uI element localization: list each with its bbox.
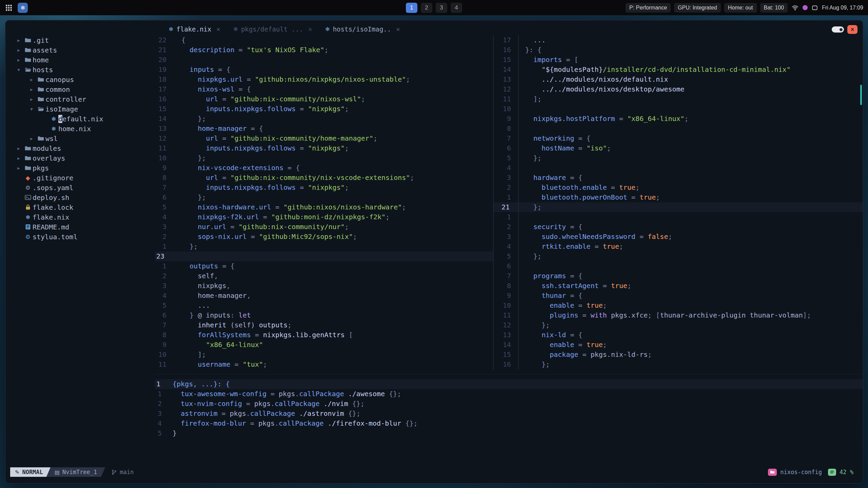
- chevron-right-icon[interactable]: ▸: [14, 155, 23, 161]
- tree-item-deploy.sh[interactable]: deploy.sh: [5, 192, 155, 202]
- code-line[interactable]: 16 };: [494, 360, 863, 369]
- code-line[interactable]: 20: [155, 55, 493, 65]
- code-line[interactable]: 17 ...: [494, 35, 863, 45]
- workspace-button-4[interactable]: 4: [451, 3, 462, 13]
- chevron-right-icon[interactable]: ▸: [14, 57, 23, 63]
- code-line[interactable]: 12 };: [494, 320, 863, 330]
- code-line[interactable]: 1 outputs = {: [155, 261, 493, 271]
- code-line[interactable]: 19 inputs = {: [155, 65, 493, 75]
- code-line[interactable]: 11 inputs.nixpkgs.follows = "nixpkgs";: [155, 143, 493, 153]
- code-line[interactable]: 3 nixpkgs,: [155, 281, 493, 291]
- tree-item-wsl[interactable]: ▸wsl: [5, 134, 155, 143]
- tree-item-home[interactable]: ▸home: [5, 55, 155, 65]
- tab-close-icon[interactable]: ×: [308, 25, 312, 33]
- code-line[interactable]: 2 self,: [155, 271, 493, 281]
- tree-item-stylua.toml[interactable]: ⚙stylua.toml: [5, 232, 155, 242]
- code-line[interactable]: 13 home-manager = {: [155, 124, 493, 134]
- code-line[interactable]: 2 bluetooth.enable = true;: [494, 183, 863, 192]
- code-line[interactable]: 10 ];: [155, 350, 493, 360]
- code-line[interactable]: 13 ../../modules/nixos/default.nix: [494, 75, 863, 84]
- code-line[interactable]: 10: [494, 104, 863, 114]
- workspace-button-3[interactable]: 3: [436, 3, 447, 13]
- code-line[interactable]: 12 url = "github:nix-community/home-mana…: [155, 134, 493, 143]
- code-line[interactable]: 4: [494, 163, 863, 173]
- chevron-down-icon[interactable]: ▾: [14, 67, 23, 73]
- code-line[interactable]: 18 nixpkgs.url = "github:nixos/nixpkgs/n…: [155, 75, 493, 84]
- tree-item-.sops.yaml[interactable]: ⚙.sops.yaml: [5, 183, 155, 192]
- code-line[interactable]: 17 nixos-wsl = {: [155, 84, 493, 94]
- code-line[interactable]: 5 };: [494, 153, 863, 163]
- code-line[interactable]: 16 url = "github:nix-community/nixos-wsl…: [155, 94, 493, 104]
- code-line[interactable]: 15 package = pkgs.nix-ld-rs;: [494, 350, 863, 360]
- code-line[interactable]: 3 nur.url = "github:nix-community/nur";: [155, 222, 493, 232]
- tree-item-canopus[interactable]: ▸canopus: [5, 75, 155, 84]
- code-line[interactable]: 5 };: [494, 251, 863, 261]
- tree-item-controller[interactable]: ▸controller: [5, 94, 155, 104]
- code-line[interactable]: 9 nix-vscode-extensions = {: [155, 163, 493, 173]
- scrollbar-thumb[interactable]: [860, 85, 862, 105]
- code-line[interactable]: 7 inputs.nixpkgs.follows = "nixpkgs";: [155, 183, 493, 192]
- tab-close-icon[interactable]: ×: [216, 25, 220, 33]
- chevron-right-icon[interactable]: ▸: [14, 145, 23, 151]
- tree-item-overlays[interactable]: ▸overlays: [5, 153, 155, 163]
- code-line[interactable]: 1{pkgs, ...}: {: [155, 379, 863, 389]
- code-line[interactable]: 5}: [155, 428, 863, 438]
- code-line[interactable]: 23: [155, 251, 493, 261]
- tree-item-.gitignore[interactable]: ◆.gitignore: [5, 173, 155, 183]
- code-line[interactable]: 2 tux-nvim-config = pkgs.callPackage ./n…: [155, 399, 863, 409]
- code-line[interactable]: 13 nix-ld = {: [494, 330, 863, 340]
- code-line[interactable]: 9 "x86_64-linux": [155, 340, 493, 350]
- chevron-right-icon[interactable]: ▸: [14, 47, 23, 53]
- indicator-dot-icon[interactable]: [803, 5, 808, 10]
- code-line[interactable]: 7 networking = {: [494, 134, 863, 143]
- code-line[interactable]: 22{: [155, 35, 493, 45]
- code-line[interactable]: 3 astronvim = pkgs.callPackage ./astronv…: [155, 409, 863, 419]
- window-close-button[interactable]: ×: [847, 25, 857, 34]
- toggle-pill-button[interactable]: [832, 26, 844, 33]
- code-line[interactable]: 21 };: [494, 202, 863, 212]
- code-line[interactable]: 14 enable = true;: [494, 340, 863, 350]
- code-line[interactable]: 1: [494, 212, 863, 222]
- tab-close-icon[interactable]: ×: [396, 25, 400, 33]
- code-line[interactable]: 8 url = "github:nix-community/nix-vscode…: [155, 173, 493, 183]
- code-line[interactable]: 11 plugins = with pkgs.xfce; [thunar-arc…: [494, 310, 863, 320]
- code-line[interactable]: 8 ssh.startAgent = true;: [494, 281, 863, 291]
- code-line[interactable]: 10 enable = true;: [494, 301, 863, 310]
- workspace-button-1[interactable]: 1: [406, 3, 417, 13]
- code-line[interactable]: 8 forAllSystems = nixpkgs.lib.genAttrs [: [155, 330, 493, 340]
- tree-item-assets[interactable]: ▸assets: [5, 45, 155, 55]
- code-line[interactable]: 1 };: [155, 242, 493, 251]
- tree-item-flake.nix[interactable]: ❄flake.nix: [5, 212, 155, 222]
- horizontal-split-separator[interactable]: [155, 369, 863, 379]
- code-line[interactable]: 4 home-manager,: [155, 291, 493, 301]
- code-line[interactable]: 4 rtkit.enable = true;: [494, 242, 863, 251]
- code-line[interactable]: 2 security = {: [494, 222, 863, 232]
- chevron-right-icon[interactable]: ▸: [27, 86, 36, 93]
- tree-item-hosts[interactable]: ▾hosts: [5, 65, 155, 75]
- tab-hosts/isoImag..[interactable]: ❄hosts/isoImag..×: [319, 23, 406, 35]
- editor-pane-flake[interactable]: 22{21 description = "tux's NixOS Flake";…: [155, 35, 493, 369]
- launcher-icon[interactable]: [5, 4, 13, 12]
- code-line[interactable]: 4 firefox-mod-blur = pkgs.callPackage ./…: [155, 419, 863, 428]
- code-line[interactable]: 1 tux-awesome-wm-config = pkgs.callPacka…: [155, 389, 863, 399]
- workspace-button-2[interactable]: 2: [421, 3, 432, 13]
- editor-pane-pkgs[interactable]: 1{pkgs, ...}: {1 tux-awesome-wm-config =…: [155, 379, 863, 438]
- code-line[interactable]: 5 nixos-hardware.url = "github:nixos/nix…: [155, 202, 493, 212]
- tree-item-pkgs[interactable]: ▸pkgs: [5, 163, 155, 173]
- tab-pkgs/default ...[interactable]: ❄pkgs/default ...×: [227, 23, 318, 35]
- tree-item-README.md[interactable]: README.md: [5, 222, 155, 232]
- chevron-right-icon[interactable]: ▸: [14, 165, 23, 171]
- code-line[interactable]: 11 ];: [494, 94, 863, 104]
- distro-logo-icon[interactable]: ❄: [18, 3, 28, 13]
- code-line[interactable]: 7 programs = {: [494, 271, 863, 281]
- code-line[interactable]: 6: [494, 261, 863, 271]
- code-line[interactable]: 6 };: [155, 192, 493, 202]
- code-line[interactable]: 21 description = "tux's NixOS Flake";: [155, 45, 493, 55]
- code-line[interactable]: 16}: {: [494, 45, 863, 55]
- chevron-right-icon[interactable]: ▸: [27, 136, 36, 142]
- code-line[interactable]: 1 bluetooth.powerOnBoot = true;: [494, 192, 863, 202]
- code-line[interactable]: 14 "${modulesPath}/installer/cd-dvd/inst…: [494, 65, 863, 75]
- tab-flake.nix[interactable]: ❄flake.nix×: [162, 23, 226, 35]
- code-line[interactable]: 11 username = "tux";: [155, 360, 493, 369]
- tree-item-home.nix[interactable]: ❄home.nix: [5, 124, 155, 134]
